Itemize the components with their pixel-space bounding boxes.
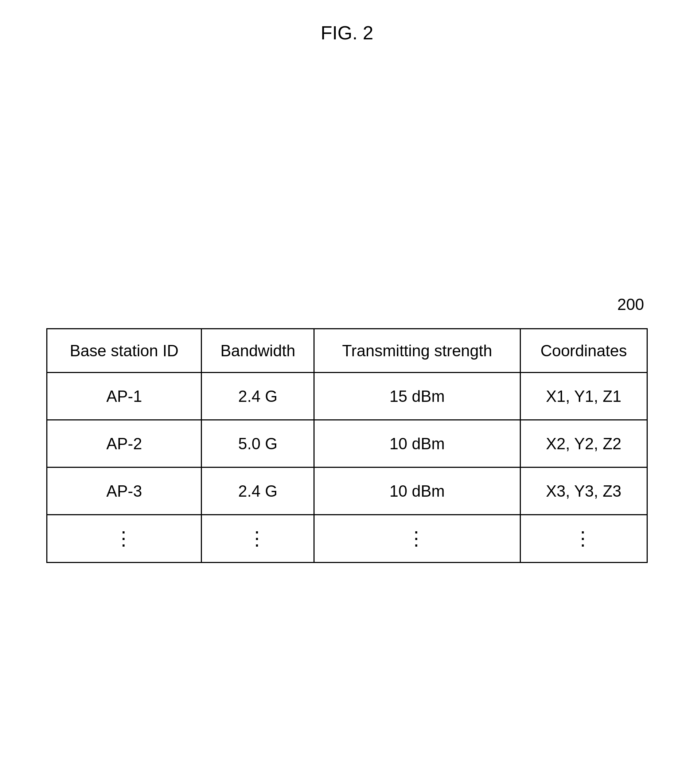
table-row-ellipsis: ⋮ ⋮ ⋮ ⋮	[47, 515, 647, 563]
cell-base-station-id-3: AP-3	[47, 468, 202, 515]
table-row: AP-1 2.4 G 15 dBm X1, Y1, Z1	[47, 373, 647, 420]
table-row: AP-2 5.0 G 10 dBm X2, Y2, Z2	[47, 420, 647, 468]
col-header-transmitting-strength: Transmitting strength	[314, 329, 520, 373]
table-header-row: Base station ID Bandwidth Transmitting s…	[47, 329, 647, 373]
cell-transmitting-strength-1: 15 dBm	[314, 373, 520, 420]
cell-bandwidth-2: 5.0 G	[202, 420, 314, 468]
cell-ellipsis-3: ⋮	[314, 515, 520, 563]
table-row: AP-3 2.4 G 10 dBm X3, Y3, Z3	[47, 468, 647, 515]
cell-base-station-id-1: AP-1	[47, 373, 202, 420]
col-header-base-station-id: Base station ID	[47, 329, 202, 373]
cell-transmitting-strength-2: 10 dBm	[314, 420, 520, 468]
diagram-container: 200 Base station ID Bandwidth Transmitti…	[46, 328, 648, 563]
cell-coordinates-2: X2, Y2, Z2	[520, 420, 647, 468]
cell-bandwidth-1: 2.4 G	[202, 373, 314, 420]
cell-coordinates-1: X1, Y1, Z1	[520, 373, 647, 420]
cell-coordinates-3: X3, Y3, Z3	[520, 468, 647, 515]
cell-ellipsis-4: ⋮	[520, 515, 647, 563]
col-header-coordinates: Coordinates	[520, 329, 647, 373]
col-header-bandwidth: Bandwidth	[202, 329, 314, 373]
data-table: Base station ID Bandwidth Transmitting s…	[46, 328, 648, 563]
figure-title: FIG. 2	[321, 22, 373, 44]
cell-base-station-id-2: AP-2	[47, 420, 202, 468]
cell-ellipsis-2: ⋮	[202, 515, 314, 563]
reference-number: 200	[617, 295, 644, 314]
cell-bandwidth-3: 2.4 G	[202, 468, 314, 515]
cell-ellipsis-1: ⋮	[47, 515, 202, 563]
cell-transmitting-strength-3: 10 dBm	[314, 468, 520, 515]
